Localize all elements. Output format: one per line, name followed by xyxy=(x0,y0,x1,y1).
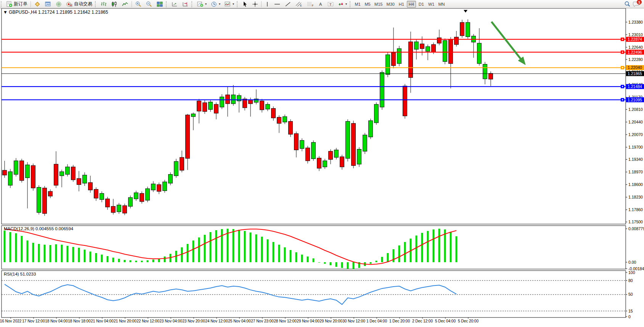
toolbar-grip[interactable] xyxy=(166,1,169,7)
zoom-in-icon xyxy=(135,1,142,7)
price-axis-tick: 1.18230 xyxy=(628,195,643,199)
rsi-axis-tick: 50 xyxy=(628,292,633,297)
period-clock-button[interactable]: ▾ xyxy=(209,0,222,8)
time-axis-label: 22 Nov 12:00 xyxy=(137,319,159,323)
chart-shift-icon xyxy=(182,1,189,7)
chart-canvas[interactable]: 1.233801.230101.226401.222801.219101.215… xyxy=(0,8,644,327)
chart-title: ▼ GBPUSD-,H4 1.21724 1.21895 1.21642 1.2… xyxy=(3,10,108,15)
rsi-axis-tick: 100 xyxy=(628,270,635,275)
tab-timeframe-mn[interactable]: MN xyxy=(437,1,446,8)
time-axis-label: 24 Nov 12:00 xyxy=(205,319,228,323)
toolbar-separator xyxy=(31,1,31,7)
toolbar-grip[interactable] xyxy=(95,1,98,7)
time-axis-label: 5 Dec 20:00 xyxy=(458,319,479,323)
price-axis-tick: 1.19700 xyxy=(628,145,643,149)
tab-timeframe-h1[interactable]: H1 xyxy=(397,1,406,8)
fibonacci-tool-button[interactable]: F xyxy=(305,0,316,8)
equidistant-channel-tool-button[interactable]: E xyxy=(293,0,305,8)
price-axis-tick: 1.23380 xyxy=(628,20,643,24)
vertical-line-icon xyxy=(265,1,270,7)
new-order-icon xyxy=(6,1,13,7)
auto-scroll-button[interactable] xyxy=(169,0,180,8)
new-order-label: 新订单 xyxy=(14,1,27,7)
cursor-tool-button[interactable] xyxy=(240,0,250,8)
gold-seal-icon xyxy=(34,1,41,7)
auto-scroll-icon xyxy=(171,1,178,7)
chart-window-icon xyxy=(45,1,51,7)
tile-windows-button[interactable] xyxy=(154,0,165,8)
price-axis-tick: 1.20810 xyxy=(628,107,643,112)
price-axis-tick: 1.19340 xyxy=(628,157,643,162)
template-icon xyxy=(224,1,231,7)
chart-shift-button[interactable] xyxy=(180,0,191,8)
tab-timeframe-m1[interactable]: M1 xyxy=(353,1,362,8)
new-chart-button[interactable]: ▾ xyxy=(195,0,209,8)
chevron-down-icon: ▾ xyxy=(205,2,207,6)
horizontal-line-icon xyxy=(274,1,281,7)
zoom-out-button[interactable] xyxy=(144,0,154,8)
candlestick-type-button[interactable] xyxy=(109,0,120,8)
toolbar-grip[interactable] xyxy=(237,1,239,7)
arrows-tool-button[interactable]: ▾ xyxy=(336,0,349,8)
toolbar-grip[interactable] xyxy=(350,1,352,7)
cursor-icon xyxy=(242,1,248,7)
price-axis-tick: 1.18970 xyxy=(628,170,643,174)
time-axis-label: 21 Nov 04:00 xyxy=(91,319,114,323)
candlestick-type-icon xyxy=(111,1,118,7)
template-button[interactable]: ▾ xyxy=(222,0,236,8)
time-axis-label: 28 Nov 12:00 xyxy=(274,319,297,323)
tab-timeframe-h4[interactable]: H4 xyxy=(407,1,416,8)
text-tool-button[interactable]: A xyxy=(316,0,325,8)
search-button[interactable] xyxy=(622,0,633,8)
chart-window-button[interactable] xyxy=(43,0,53,8)
time-axis-label: 16 Nov 2022 xyxy=(0,319,22,323)
tab-timeframe-m30[interactable]: M30 xyxy=(385,1,396,8)
line-chart-type-button[interactable] xyxy=(120,0,130,8)
macd-title: MACD(12,26,9) 0.004555 0.006594 xyxy=(4,226,74,231)
toolbar-grip[interactable] xyxy=(1,1,3,7)
svg-text:E: E xyxy=(300,4,302,7)
chevron-down-icon: ▾ xyxy=(345,2,347,6)
rsi-axis-tick: 15 xyxy=(628,309,633,313)
autotrade-label: 自动交易 xyxy=(74,1,92,7)
horizontal-line-tool-button[interactable] xyxy=(272,0,283,8)
svg-text:T: T xyxy=(329,2,332,6)
tab-timeframe-w1[interactable]: W1 xyxy=(427,1,436,8)
price-axis-tick: 1.20070 xyxy=(628,132,643,137)
svg-text:1.22496: 1.22496 xyxy=(628,50,642,54)
time-axis-label: 2 Dec 12:00 xyxy=(412,319,433,323)
toolbar-grip[interactable] xyxy=(191,1,194,7)
trendline-tool-button[interactable] xyxy=(283,0,293,8)
gold-seal-button[interactable] xyxy=(32,0,43,8)
svg-text:1.21095: 1.21095 xyxy=(628,98,642,102)
tab-timeframe-d1[interactable]: D1 xyxy=(417,1,426,8)
signal-button[interactable] xyxy=(53,0,64,8)
svg-text:1.22874: 1.22874 xyxy=(628,37,642,42)
fibonacci-icon: F xyxy=(307,1,314,7)
time-axis-label: 1 Dec 20:00 xyxy=(389,319,410,323)
tab-timeframe-m15[interactable]: M15 xyxy=(373,1,384,8)
time-axis-label: 1 Dec 04:00 xyxy=(366,319,387,323)
zoom-in-button[interactable] xyxy=(133,0,144,8)
signal-icon xyxy=(55,1,62,7)
chevron-down-icon: ▾ xyxy=(233,2,234,6)
new-order-button[interactable]: 新订单 xyxy=(4,0,29,8)
tab-timeframe-m5[interactable]: M5 xyxy=(363,1,372,8)
price-axis-tick: 1.17860 xyxy=(628,207,643,212)
text-label-tool-button[interactable]: T xyxy=(325,0,336,8)
line-chart-type-icon xyxy=(122,1,128,7)
panel-frame-2 xyxy=(2,271,626,317)
bar-chart-type-button[interactable] xyxy=(98,0,109,8)
autotrade-button[interactable]: 自动交易 xyxy=(64,0,94,8)
vertical-line-tool-button[interactable] xyxy=(263,0,272,8)
time-axis-label: 29 Nov 20:00 xyxy=(320,319,342,323)
crosshair-icon xyxy=(252,1,258,7)
bar-chart-type-icon xyxy=(100,1,107,7)
chat-button[interactable]: 1 xyxy=(633,1,640,7)
price-axis-tick: 1.17500 xyxy=(628,220,643,224)
autotrade-icon xyxy=(66,1,73,7)
toolbar-separator xyxy=(132,1,132,7)
time-axis-label: 23 Nov 20:00 xyxy=(182,319,205,323)
rsi-title: RSI(14) 51.0233 xyxy=(4,272,36,276)
crosshair-tool-button[interactable] xyxy=(250,0,260,8)
